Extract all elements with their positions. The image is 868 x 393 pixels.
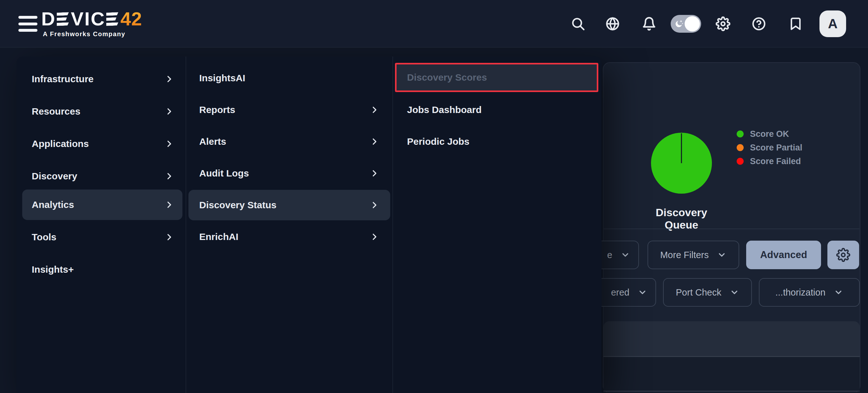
gear-icon: [836, 248, 850, 262]
help-button[interactable]: [750, 15, 768, 33]
top-navigation-bar: D VIC 42 A Freshworks Company: [0, 0, 868, 48]
device42-app: Score OK Score Partial Score Failed Disc…: [0, 0, 868, 393]
menu-item-reports[interactable]: Reports: [188, 95, 390, 125]
legend-dot-orange: [737, 144, 744, 151]
bookmark-button[interactable]: [787, 15, 805, 33]
annotation-highlight-box[interactable]: Discovery Scores: [395, 63, 598, 92]
menu-item-insights-plus[interactable]: Insights+: [22, 254, 182, 285]
menu-item-alerts[interactable]: Alerts: [188, 126, 390, 157]
mega-menu-panel: Infrastructure Resources Applications Di…: [17, 57, 601, 393]
menu-item-analytics[interactable]: Analytics: [22, 189, 182, 220]
advanced-button[interactable]: Advanced: [746, 241, 821, 269]
search-button[interactable]: [569, 15, 587, 33]
more-filters-dropdown[interactable]: More Filters: [648, 241, 739, 269]
menu-item-enrichai[interactable]: EnrichAI: [188, 221, 390, 252]
settings-button[interactable]: [714, 15, 732, 33]
legend-item-score-failed: Score Failed: [737, 156, 801, 167]
table-row: [603, 358, 860, 391]
chevron-down-icon: [717, 250, 726, 260]
menu-item-resources[interactable]: Resources: [22, 96, 182, 127]
table-settings-button[interactable]: [827, 241, 859, 269]
menu-item-discovery-scores[interactable]: Discovery Scores: [407, 72, 487, 83]
chevron-down-icon: [621, 250, 630, 260]
chevron-down-icon: [638, 288, 647, 297]
chevron-right-icon: [370, 105, 379, 114]
section-divider: [604, 229, 860, 229]
filter-label: ered: [611, 287, 629, 298]
discovery-queue-pie-chart: [651, 133, 712, 194]
chevron-right-icon: [370, 169, 379, 178]
logo-subtitle: A Freshworks Company: [43, 30, 125, 38]
device42-logo[interactable]: D VIC 42: [41, 9, 142, 29]
chevron-right-icon: [370, 232, 379, 241]
legend-dot-green: [737, 130, 744, 138]
chart-title: Discovery Queue: [643, 206, 719, 231]
menu-column-divider: [393, 57, 393, 393]
toggle-knob: [685, 16, 700, 31]
filter-label: More Filters: [660, 250, 709, 260]
menu-item-infrastructure[interactable]: Infrastructure: [22, 64, 182, 94]
hamburger-menu-icon[interactable]: [19, 16, 39, 32]
bell-icon: [642, 17, 656, 31]
authorization-dropdown[interactable]: ...thorization: [759, 278, 860, 307]
dark-mode-toggle[interactable]: [671, 15, 701, 33]
chevron-right-icon: [165, 172, 174, 181]
stylized-e-icon: [106, 12, 118, 26]
menu-item-insightsai[interactable]: InsightsAI: [188, 63, 390, 93]
chevron-right-icon: [165, 139, 174, 148]
stylized-e-icon: [57, 12, 69, 26]
moon-stars-icon: [674, 19, 684, 29]
menu-item-tools[interactable]: Tools: [22, 222, 182, 252]
menu-item-jobs-dashboard[interactable]: Jobs Dashboard: [395, 95, 598, 125]
menu-column-divider: [186, 57, 186, 393]
legend-label: Score Failed: [750, 156, 801, 167]
language-button[interactable]: [604, 15, 621, 33]
menu-item-discovery[interactable]: Discovery: [22, 161, 182, 191]
legend-dot-red: [737, 158, 744, 165]
legend-label: Score Partial: [750, 143, 802, 153]
filter-label: Port Check: [676, 287, 721, 298]
chevron-right-icon: [165, 107, 174, 116]
chevron-down-icon: [834, 288, 843, 297]
user-avatar[interactable]: A: [819, 10, 846, 37]
filter-label: ...thorization: [775, 287, 826, 298]
chevron-right-icon: [165, 233, 174, 242]
menu-item-audit-logs[interactable]: Audit Logs: [188, 158, 390, 188]
filter-label: e: [607, 250, 612, 260]
legend-label: Score OK: [750, 129, 789, 139]
port-check-dropdown[interactable]: Port Check: [663, 278, 752, 307]
chevron-down-icon: [730, 288, 739, 297]
menu-item-discovery-status[interactable]: Discovery Status: [188, 190, 390, 220]
search-icon: [571, 17, 585, 31]
table-header-row: [603, 321, 860, 357]
bookmark-icon: [788, 17, 803, 31]
legend-item-score-ok: Score OK: [737, 128, 789, 139]
menu-item-applications[interactable]: Applications: [22, 128, 182, 159]
globe-icon: [605, 17, 620, 31]
chevron-right-icon: [165, 74, 174, 84]
chevron-right-icon: [370, 137, 379, 146]
legend-item-score-partial: Score Partial: [737, 142, 802, 153]
notifications-button[interactable]: [640, 15, 658, 33]
gear-icon: [716, 17, 730, 31]
chevron-right-icon: [165, 200, 174, 209]
question-circle-icon: [751, 17, 766, 31]
menu-item-periodic-jobs[interactable]: Periodic Jobs: [395, 126, 598, 157]
chevron-right-icon: [370, 201, 379, 210]
